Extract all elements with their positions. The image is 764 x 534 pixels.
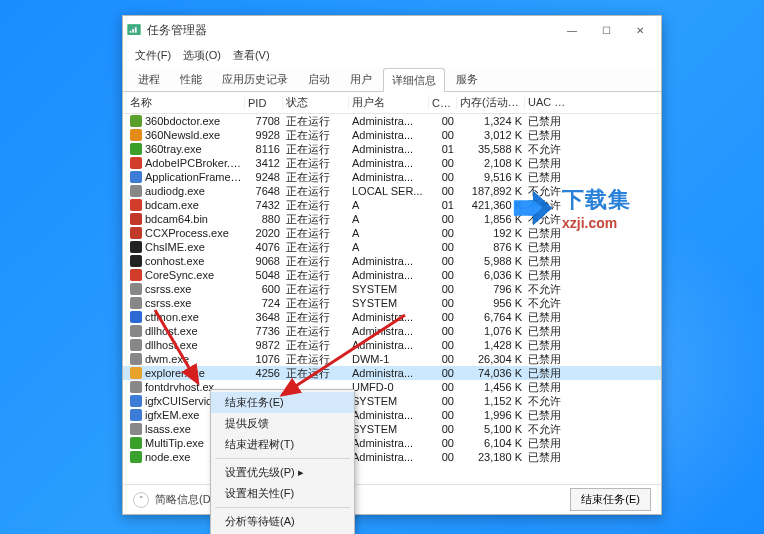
table-row[interactable]: ApplicationFrameH...9248正在运行Administra..…: [123, 170, 661, 184]
process-icon: [130, 297, 142, 309]
table-row[interactable]: audiodg.exe7648正在运行LOCAL SER...00187,892…: [123, 184, 661, 198]
table-row[interactable]: 360Newsld.exe9928正在运行Administra...003,01…: [123, 128, 661, 142]
task-manager-window: 任务管理器 — ☐ ✕ 文件(F) 选项(O) 查看(V) 进程性能应用历史记录…: [122, 15, 662, 515]
table-row[interactable]: csrss.exe600正在运行SYSTEM00796 K不允许: [123, 282, 661, 296]
table-row[interactable]: 360tray.exe8116正在运行Administra...0135,588…: [123, 142, 661, 156]
process-icon: [130, 451, 142, 463]
table-row[interactable]: AdobeIPCBroker.exe3412正在运行Administra...0…: [123, 156, 661, 170]
col-memory[interactable]: 内存(活动的...: [457, 95, 525, 110]
titlebar[interactable]: 任务管理器 — ☐ ✕: [123, 16, 661, 44]
table-row[interactable]: explorer.exe4256正在运行Administra...0074,03…: [123, 366, 661, 380]
context-menu[interactable]: 结束任务(E)提供反馈结束进程树(T)设置优先级(P) ▸设置相关性(F)分析等…: [210, 389, 355, 534]
col-uac[interactable]: UAC 虚拟化: [525, 95, 569, 110]
svg-rect-3: [135, 27, 137, 32]
table-row[interactable]: fontdrvhost.exUMFD-0001,456 K已禁用: [123, 380, 661, 394]
process-icon: [130, 395, 142, 407]
process-icon: [130, 241, 142, 253]
process-icon: [130, 199, 142, 211]
process-list[interactable]: 360bdoctor.exe7708正在运行Administra...001,3…: [123, 114, 661, 484]
process-icon: [130, 227, 142, 239]
svg-rect-1: [130, 31, 132, 33]
minimize-button[interactable]: —: [555, 20, 589, 40]
tab-3[interactable]: 启动: [299, 67, 339, 91]
footer: ˄ 简略信息(D) 结束任务(E): [123, 484, 661, 514]
process-icon: [130, 143, 142, 155]
menu-options[interactable]: 选项(O): [179, 46, 225, 65]
menu-file[interactable]: 文件(F): [131, 46, 175, 65]
table-row[interactable]: csrss.exe724正在运行SYSTEM00956 K不允许: [123, 296, 661, 310]
tab-5[interactable]: 详细信息: [383, 68, 445, 92]
chevron-up-icon: ˄: [133, 492, 149, 508]
process-icon: [130, 409, 142, 421]
table-row[interactable]: node.exeAdministra...0023,180 K已禁用: [123, 450, 661, 464]
process-icon: [130, 129, 142, 141]
table-row[interactable]: ctfmon.exe3648正在运行Administra...006,764 K…: [123, 310, 661, 324]
column-headers[interactable]: 名称 PID 状态 用户名 CPU 内存(活动的... UAC 虚拟化: [123, 92, 661, 114]
table-row[interactable]: CCXProcess.exe2020正在运行A00192 K已禁用: [123, 226, 661, 240]
table-row[interactable]: dllhost.exe9872正在运行Administra...001,428 …: [123, 338, 661, 352]
menu-item[interactable]: 设置优先级(P) ▸: [211, 462, 354, 483]
end-task-button[interactable]: 结束任务(E): [570, 488, 651, 511]
table-row[interactable]: dwm.exe1076正在运行DWM-10026,304 K已禁用: [123, 352, 661, 366]
col-cpu[interactable]: CPU: [429, 97, 457, 109]
menu-item[interactable]: 提供反馈: [211, 413, 354, 434]
process-icon: [130, 115, 142, 127]
menu-view[interactable]: 查看(V): [229, 46, 274, 65]
process-icon: [130, 213, 142, 225]
process-icon: [130, 325, 142, 337]
process-icon: [130, 423, 142, 435]
table-row[interactable]: conhost.exe9068正在运行Administra...005,988 …: [123, 254, 661, 268]
process-icon: [130, 311, 142, 323]
table-row[interactable]: MultiTip.exeAdministra...006,104 K已禁用: [123, 436, 661, 450]
menu-item[interactable]: 分析等待链(A): [211, 511, 354, 532]
process-icon: [130, 171, 142, 183]
process-icon: [130, 185, 142, 197]
process-icon: [130, 283, 142, 295]
col-name[interactable]: 名称: [127, 95, 245, 110]
process-icon: [130, 437, 142, 449]
process-icon: [130, 339, 142, 351]
process-icon: [130, 367, 142, 379]
tab-1[interactable]: 性能: [171, 67, 211, 91]
close-button[interactable]: ✕: [623, 20, 657, 40]
table-row[interactable]: dllhost.exe7736正在运行Administra...001,076 …: [123, 324, 661, 338]
table-row[interactable]: bdcam64.bin880正在运行A001,856 K不允许: [123, 212, 661, 226]
tab-4[interactable]: 用户: [341, 67, 381, 91]
maximize-button[interactable]: ☐: [589, 20, 623, 40]
menubar: 文件(F) 选项(O) 查看(V): [123, 44, 661, 66]
fewer-details[interactable]: ˄ 简略信息(D): [133, 492, 214, 508]
col-user[interactable]: 用户名: [349, 95, 429, 110]
menu-item[interactable]: 结束进程树(T): [211, 434, 354, 455]
window-title: 任务管理器: [147, 22, 555, 39]
col-status[interactable]: 状态: [283, 95, 349, 110]
details-pane: 名称 PID 状态 用户名 CPU 内存(活动的... UAC 虚拟化 360b…: [123, 92, 661, 484]
tab-2[interactable]: 应用历史记录: [213, 67, 297, 91]
app-icon: [127, 23, 141, 37]
process-icon: [130, 255, 142, 267]
process-icon: [130, 381, 142, 393]
menu-item[interactable]: 设置相关性(F): [211, 483, 354, 504]
svg-rect-2: [132, 29, 134, 33]
process-icon: [130, 157, 142, 169]
menu-item[interactable]: 结束任务(E): [211, 392, 354, 413]
tab-0[interactable]: 进程: [129, 67, 169, 91]
table-row[interactable]: lsass.exeSYSTEM005,100 K不允许: [123, 422, 661, 436]
table-row[interactable]: CoreSync.exe5048正在运行Administra...006,036…: [123, 268, 661, 282]
col-pid[interactable]: PID: [245, 97, 283, 109]
process-icon: [130, 269, 142, 281]
table-row[interactable]: igfxCUIServiceSYSTEM001,152 K不允许: [123, 394, 661, 408]
table-row[interactable]: ChsIME.exe4076正在运行A00876 K已禁用: [123, 240, 661, 254]
tabs: 进程性能应用历史记录启动用户详细信息服务: [123, 66, 661, 92]
table-row[interactable]: bdcam.exe7432正在运行A01421,360 K不允许: [123, 198, 661, 212]
table-row[interactable]: igfxEM.exeAdministra...001,996 K已禁用: [123, 408, 661, 422]
tab-6[interactable]: 服务: [447, 67, 487, 91]
process-icon: [130, 353, 142, 365]
table-row[interactable]: 360bdoctor.exe7708正在运行Administra...001,3…: [123, 114, 661, 128]
